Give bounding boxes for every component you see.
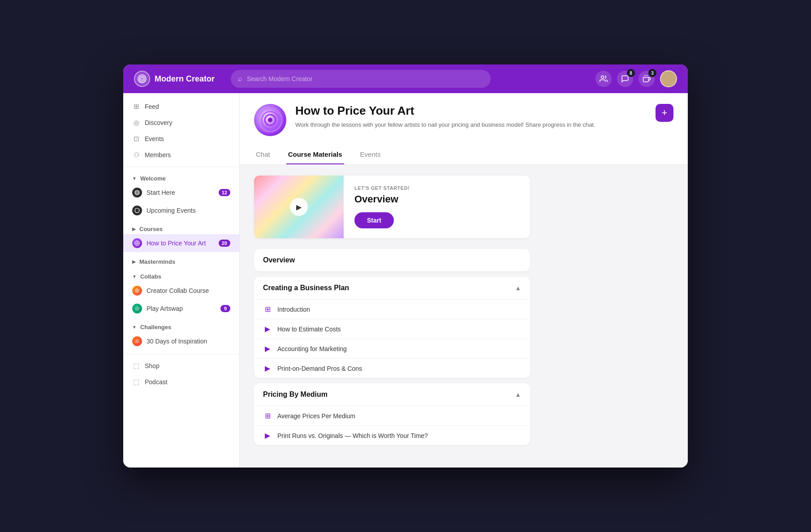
start-button[interactable]: Start (354, 212, 394, 228)
collabs-chevron-icon: ▼ (132, 274, 137, 279)
lesson-avg-prices[interactable]: ⊞ Average Prices Per Medium (254, 406, 530, 425)
sidebar-courses-section: ▶ Courses How to Price Your Art 20 (123, 221, 239, 252)
messages-btn[interactable]: 3 (638, 71, 655, 87)
video-icon-print: ▶ (263, 364, 272, 373)
svg-point-7 (667, 75, 670, 79)
lesson-print-runs-label: Print Runs vs. Originals — Which is Wort… (277, 432, 428, 439)
members-icon-btn[interactable] (595, 71, 612, 87)
sidebar-label-play-artswap: Play Artswap (147, 305, 183, 312)
course-title: How to Price Your Art (295, 104, 647, 118)
sidebar-label-shop: Shop (145, 362, 160, 369)
courses-section-header[interactable]: ▶ Courses (123, 221, 239, 234)
featured-lesson-title: Overview (354, 193, 519, 205)
sidebar-label-upcoming-events: Upcoming Events (147, 207, 196, 214)
lesson-print-runs[interactable]: ▶ Print Runs vs. Originals — Which is Wo… (254, 425, 530, 445)
sidebar-item-events[interactable]: ⊡ Events (123, 131, 239, 147)
divider-2 (123, 354, 239, 354)
courses-chevron-icon: ▶ (132, 227, 136, 232)
collabs-section-label: Collabs (140, 273, 161, 280)
nav-right: 8 3 (595, 70, 677, 87)
shop-icon: ⬚ (132, 362, 140, 370)
sidebar-label-feed: Feed (145, 103, 159, 110)
content-area: How to Price Your Art Work through the l… (240, 93, 688, 468)
lesson-accounting-label: Accounting for Marketing (277, 345, 347, 352)
search-bar[interactable]: ⌕ (231, 70, 491, 88)
app-name: Modern Creator (155, 74, 215, 84)
tab-events[interactable]: Events (358, 145, 383, 164)
lesson-info: LET'S GET STARTED! Overview Start (344, 176, 530, 238)
discovery-icon: ◎ (132, 119, 140, 127)
search-input[interactable] (247, 75, 483, 82)
masterminds-section-header[interactable]: ▶ Masterminds (123, 254, 239, 267)
course-tabs: Chat Course Materials Events (254, 145, 673, 164)
sidebar: ⊞ Feed ◎ Discovery ⊡ Events ⚇ Members (123, 93, 240, 468)
lesson-print-on-demand[interactable]: ▶ Print-on-Demand Pros & Cons (254, 358, 530, 378)
sidebar-label-members: Members (145, 151, 171, 159)
pricing-medium-section: Pricing By Medium ▲ ⊞ Average Prices Per… (254, 383, 530, 445)
course-description: Work through the lessons with your fello… (295, 120, 647, 129)
sidebar-item-30-days[interactable]: 30 Days of Inspiration (123, 332, 239, 350)
sidebar-label-discovery: Discovery (145, 119, 172, 126)
sidebar-bottom-section: ⬚ Shop ⬚ Podcast (123, 358, 239, 390)
tab-chat[interactable]: Chat (254, 145, 272, 164)
challenges-section-label: Challenges (140, 324, 171, 330)
collabs-section-header[interactable]: ▼ Collabs (123, 269, 239, 282)
pricing-medium-header[interactable]: Pricing By Medium ▲ (254, 383, 530, 406)
sidebar-item-start-here[interactable]: Start Here 12 (123, 184, 239, 202)
challenges-chevron-icon: ▼ (132, 325, 137, 330)
sidebar-item-play-artswap[interactable]: Play Artswap 9 (123, 300, 239, 317)
welcome-section-label: Welcome (140, 175, 166, 182)
lesson-accounting-marketing[interactable]: ▶ Accounting for Marketing (254, 339, 530, 358)
notifications-btn[interactable]: 8 (617, 71, 633, 87)
play-artswap-icon (132, 304, 142, 313)
svg-point-3 (601, 76, 604, 78)
business-plan-section: Creating a Business Plan ▲ ⊞ Introductio… (254, 277, 530, 378)
lesson-estimate-costs-label: How to Estimate Costs (277, 326, 341, 333)
sidebar-item-how-to-price[interactable]: How to Price Your Art 20 (123, 234, 239, 252)
lesson-print-on-demand-label: Print-on-Demand Pros & Cons (277, 365, 362, 372)
sidebar-item-discovery[interactable]: ◎ Discovery (123, 115, 239, 131)
user-avatar[interactable] (660, 70, 677, 87)
events-icon: ⊡ (132, 135, 140, 143)
divider-1 (123, 167, 239, 167)
sidebar-item-podcast[interactable]: ⬚ Podcast (123, 374, 239, 390)
masterminds-chevron-icon: ▶ (132, 259, 136, 264)
sidebar-welcome-section: ▼ Welcome Start Here 12 (123, 171, 239, 219)
welcome-section-header[interactable]: ▼ Welcome (123, 171, 239, 184)
lesson-introduction[interactable]: ⊞ Introduction (254, 299, 530, 319)
featured-lesson: ▶ LET'S GET STARTED! Overview Start (254, 176, 530, 238)
course-content: ▶ LET'S GET STARTED! Overview Start Over… (240, 165, 544, 461)
overview-section-header[interactable]: Overview (254, 249, 530, 271)
lesson-introduction-label: Introduction (277, 306, 310, 313)
business-plan-header[interactable]: Creating a Business Plan ▲ (254, 277, 530, 299)
svg-point-16 (135, 306, 139, 311)
lesson-thumbnail: ▶ (254, 176, 344, 238)
play-overlay-btn[interactable]: ▶ (290, 198, 308, 216)
grid-icon-intro: ⊞ (263, 305, 272, 313)
sidebar-label-start-here: Start Here (147, 189, 175, 196)
sidebar-item-creator-collab[interactable]: Creator Collab Course (123, 282, 239, 300)
video-icon-estimate: ▶ (263, 325, 272, 333)
lesson-tag: LET'S GET STARTED! (354, 185, 519, 191)
add-button[interactable]: + (656, 104, 673, 122)
business-plan-chevron-icon: ▲ (515, 284, 521, 292)
messages-badge: 3 (648, 69, 656, 77)
sidebar-item-shop[interactable]: ⬚ Shop (123, 358, 239, 374)
sidebar-item-upcoming-events[interactable]: Upcoming Events (123, 202, 239, 219)
challenges-section-header[interactable]: ▼ Challenges (123, 319, 239, 332)
feed-icon: ⊞ (132, 103, 140, 111)
start-here-badge: 12 (219, 189, 230, 196)
how-to-price-icon (132, 238, 142, 248)
search-icon: ⌕ (238, 75, 242, 83)
lesson-avg-prices-label: Average Prices Per Medium (277, 412, 355, 420)
lesson-estimate-costs[interactable]: ▶ How to Estimate Costs (254, 319, 530, 339)
sidebar-item-members[interactable]: ⚇ Members (123, 147, 239, 163)
sidebar-masterminds-section: ▶ Masterminds (123, 254, 239, 267)
tab-course-materials[interactable]: Course Materials (286, 145, 344, 164)
overview-section: Overview (254, 249, 530, 271)
masterminds-section-label: Masterminds (139, 258, 175, 265)
svg-point-11 (135, 208, 139, 213)
svg-point-14 (137, 243, 138, 244)
sidebar-item-feed[interactable]: ⊞ Feed (123, 99, 239, 115)
course-logo (254, 104, 286, 136)
